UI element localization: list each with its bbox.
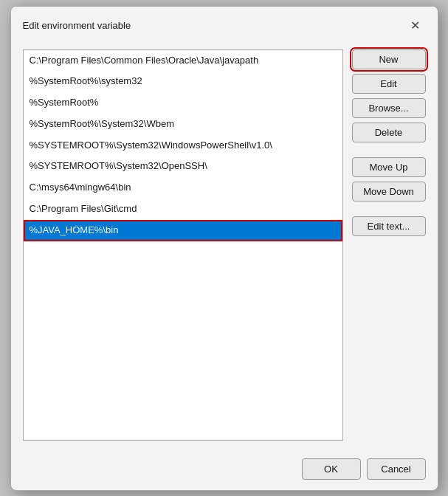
dialog-footer: OK Cancel	[11, 452, 438, 490]
list-item[interactable]: %SystemRoot%	[24, 92, 342, 114]
list-item[interactable]: %SYSTEMROOT%\System32\WindowsPowerShell\…	[24, 135, 342, 156]
new-button[interactable]: New	[352, 49, 426, 69]
title-bar: Edit environment variable ✕	[11, 7, 438, 42]
spacer2	[352, 206, 426, 212]
browse-button[interactable]: Browse...	[352, 98, 426, 118]
list-item[interactable]: C:\Program Files\Common Files\Oracle\Jav…	[24, 50, 342, 72]
dialog-title: Edit environment variable	[23, 20, 131, 31]
ok-button[interactable]: OK	[302, 458, 361, 480]
env-variable-list[interactable]: C:\Program Files\Common Files\Oracle\Jav…	[23, 49, 343, 441]
list-item[interactable]: %JAVA_HOME%\bin	[24, 220, 342, 241]
move-up-button[interactable]: Move Up	[352, 157, 426, 177]
edit-text-button[interactable]: Edit text...	[352, 216, 426, 236]
spacer1	[352, 147, 426, 153]
list-item[interactable]: %SYSTEMROOT%\System32\OpenSSH\	[24, 156, 342, 177]
list-item[interactable]: C:\msys64\mingw64\bin	[24, 177, 342, 199]
buttons-panel: New Edit Browse... Delete Move Up Move D…	[352, 49, 426, 441]
delete-button[interactable]: Delete	[352, 123, 426, 142]
cancel-button[interactable]: Cancel	[367, 458, 426, 480]
edit-button[interactable]: Edit	[352, 74, 426, 94]
dialog-body: C:\Program Files\Common Files\Oracle\Jav…	[11, 42, 438, 452]
list-item[interactable]: C:\Program Files\Git\cmd	[24, 199, 342, 220]
close-button[interactable]: ✕	[405, 16, 426, 36]
edit-env-variable-dialog: Edit environment variable ✕ C:\Program F…	[10, 6, 438, 491]
list-item[interactable]: %SystemRoot%\system32	[24, 71, 342, 92]
move-down-button[interactable]: Move Down	[352, 182, 426, 202]
list-item[interactable]: %SystemRoot%\System32\Wbem	[24, 114, 342, 135]
